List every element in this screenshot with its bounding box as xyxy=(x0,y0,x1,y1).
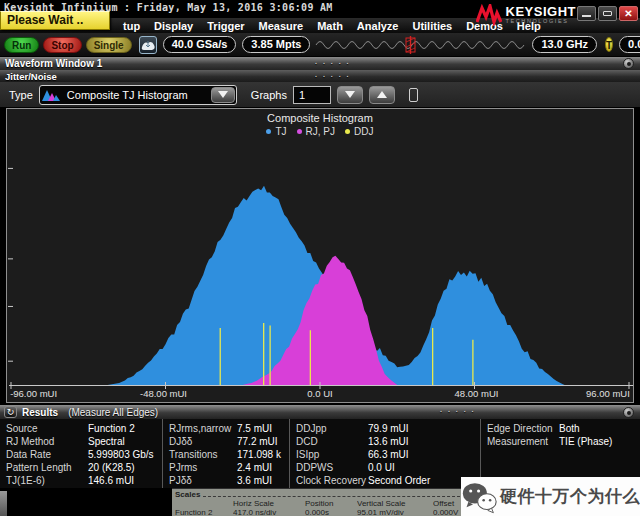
histogram-plot[interactable] xyxy=(8,139,634,389)
result-row: PJrms2.4 mUI xyxy=(169,461,289,474)
run-button[interactable]: Run xyxy=(4,37,39,53)
results-title: Results xyxy=(22,407,58,418)
keysight-spark-icon xyxy=(476,4,502,26)
result-label: PJδδ xyxy=(169,475,237,486)
chevron-down-icon xyxy=(218,91,228,98)
result-label: Transitions xyxy=(169,449,237,460)
result-row: DJδδ77.2 mUI xyxy=(169,435,289,448)
legend-dot-icon xyxy=(345,129,350,134)
scales-header-row: Horiz ScalePositionVertical ScaleOffset xyxy=(175,499,465,508)
menu-item-analyze[interactable]: Analyze xyxy=(350,20,406,32)
sample-rate-field[interactable]: 40.0 GSa/s xyxy=(163,36,237,53)
result-value: 2.4 mUI xyxy=(237,462,272,473)
jitter-noise-bar[interactable]: Jitter/Noise . . . . . xyxy=(0,70,640,82)
jitter-noise-title: Jitter/Noise xyxy=(5,71,57,82)
panel-toggle-icon[interactable] xyxy=(409,88,418,102)
single-button[interactable]: Single xyxy=(86,37,132,53)
drag-handle[interactable]: . . . . . xyxy=(315,58,351,65)
scales-header-cell: Vertical Scale xyxy=(357,499,433,508)
type-dropdown-button[interactable] xyxy=(211,87,235,103)
scales-overlay: Scales Horiz ScalePositionVertical Scale… xyxy=(172,488,468,516)
result-label: RJ Method xyxy=(6,436,88,447)
result-label: PJrms xyxy=(169,462,237,473)
trigger-source-badge[interactable]: T xyxy=(605,37,613,52)
watermark: 硬件十万个为什么 xyxy=(461,477,640,516)
result-row: DDJpp79.9 mUI xyxy=(296,422,480,435)
result-row: TJ(1E-6)146.6 mUI xyxy=(6,474,162,487)
scales-value-cell: 0.000s xyxy=(305,508,357,516)
wechat-icon xyxy=(461,480,498,514)
result-value: Spectral xyxy=(88,436,125,447)
bandwidth-field[interactable]: 13.0 GHz xyxy=(532,36,596,53)
x-tick-label: -96.00 mUI xyxy=(10,388,57,399)
results-column: DDJpp79.9 mUIDCD13.6 mUIISIpp66.3 mUIDDP… xyxy=(290,419,481,488)
scales-value-cell: 417.0 ns/div xyxy=(233,508,305,516)
result-row: RJ MethodSpectral xyxy=(6,435,162,448)
menu-item-display[interactable]: Display xyxy=(147,20,200,32)
menu-item-math[interactable]: Math xyxy=(310,20,350,32)
close-button[interactable]: ✕ xyxy=(619,6,638,21)
result-value: 3.6 mUI xyxy=(237,475,272,486)
brand-name: KEYSIGHT xyxy=(506,6,576,18)
waveform-window-bar[interactable]: Waveform Window 1 . . . . . xyxy=(0,57,640,70)
results-subtitle: (Measure All Edges) xyxy=(68,407,158,418)
results-icon: ↻ xyxy=(4,406,17,418)
result-label: Edge Direction xyxy=(487,423,559,434)
result-row: SourceFunction 2 xyxy=(6,422,162,435)
menu-item-utilities[interactable]: Utilities xyxy=(405,20,459,32)
result-row: Clock RecoverySecond Order xyxy=(296,474,480,487)
result-value: 13.6 mUI xyxy=(368,436,409,447)
menu-item-trigger[interactable]: Trigger xyxy=(200,20,251,32)
sine-wave-icon xyxy=(314,36,526,54)
drag-handle[interactable]: . . . . . xyxy=(440,406,476,413)
histogram-panel: Composite Histogram TJRJ, PJDDJ -96.00 m… xyxy=(6,108,634,403)
legend-dot-icon xyxy=(297,129,302,134)
chart-title: Composite Histogram xyxy=(7,112,633,124)
result-label: DJδδ xyxy=(169,436,237,447)
graph-type-row: Type Composite TJ Histogram Graphs 1 xyxy=(0,82,640,108)
drag-handle[interactable]: . . . . . xyxy=(315,71,351,78)
please-wait-badge: Please Wait .. xyxy=(0,11,110,30)
minimize-button[interactable] xyxy=(577,6,596,21)
result-value: Both xyxy=(559,423,580,434)
scales-value-cell: 95.01 mV/div xyxy=(357,508,433,516)
menu-item-tup[interactable]: tup xyxy=(116,20,147,32)
x-tick-label: 96.00 mUI xyxy=(586,388,630,399)
legend-label: RJ, PJ xyxy=(306,126,335,137)
result-row: Edge DirectionBoth xyxy=(487,422,640,435)
memory-depth-field[interactable]: 3.85 Mpts xyxy=(242,36,310,53)
touch-icon xyxy=(140,39,156,51)
touch-button[interactable] xyxy=(139,36,157,54)
graphs-increment-button[interactable] xyxy=(369,86,395,104)
result-value: Second Order xyxy=(368,475,430,486)
result-value: 5.999803 Gb/s xyxy=(88,449,154,460)
type-dropdown[interactable]: Composite TJ Histogram xyxy=(39,85,237,105)
graphs-label: Graphs xyxy=(251,89,287,101)
legend-label: TJ xyxy=(275,126,286,137)
keysight-logo: KEYSIGHT TECHNOLOGIES xyxy=(476,4,576,26)
histogram-thumb-icon xyxy=(40,88,62,102)
window-collapse-button[interactable] xyxy=(623,58,634,69)
maximize-button[interactable] xyxy=(598,6,617,21)
toolbar: Run Stop Single 40.0 GSa/s 3.85 Mpts xyxy=(0,33,640,56)
chevron-down-icon xyxy=(345,91,355,98)
result-value: Function 2 xyxy=(88,423,135,434)
graphs-count-field[interactable]: 1 xyxy=(293,86,331,104)
results-column: RJrms,narrow7.5 mUIDJδδ77.2 mUITransitio… xyxy=(163,419,290,488)
results-column: SourceFunction 2RJ MethodSpectralData Ra… xyxy=(0,419,163,488)
results-collapse-button[interactable] xyxy=(623,407,634,418)
result-row: RJrms,narrow7.5 mUI xyxy=(169,422,289,435)
result-row: Transitions171.098 k xyxy=(169,448,289,461)
result-row: MeasurementTIE (Phase) xyxy=(487,435,640,448)
result-label: ISIpp xyxy=(296,449,368,460)
graphs-decrement-button[interactable] xyxy=(337,86,363,104)
menu-item-measure[interactable]: Measure xyxy=(252,20,311,32)
stop-button[interactable]: Stop xyxy=(43,37,81,53)
result-value: 7.5 mUI xyxy=(237,423,272,434)
legend-item: DDJ xyxy=(345,126,373,137)
x-tick-label: 48.00 mUI xyxy=(455,388,499,399)
results-bar[interactable]: ↻ Results (Measure All Edges) . . . . . xyxy=(0,405,640,419)
trigger-level-field[interactable]: 0.0 V xyxy=(619,36,640,53)
result-label: Data Rate xyxy=(6,449,88,460)
scales-title: Scales xyxy=(175,490,200,499)
